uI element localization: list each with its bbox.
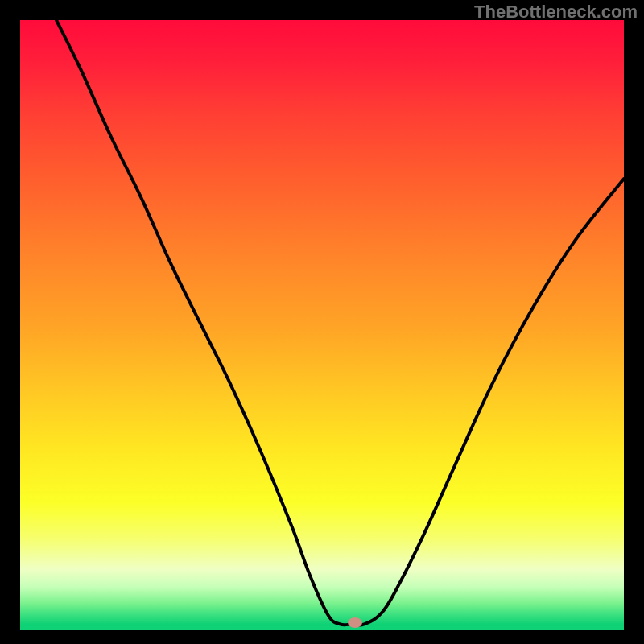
watermark-text: TheBottleneck.com [474, 2, 638, 23]
chart-frame: TheBottleneck.com [0, 0, 644, 644]
gradient-plot-area [20, 20, 624, 630]
bottleneck-point-marker [348, 617, 362, 628]
